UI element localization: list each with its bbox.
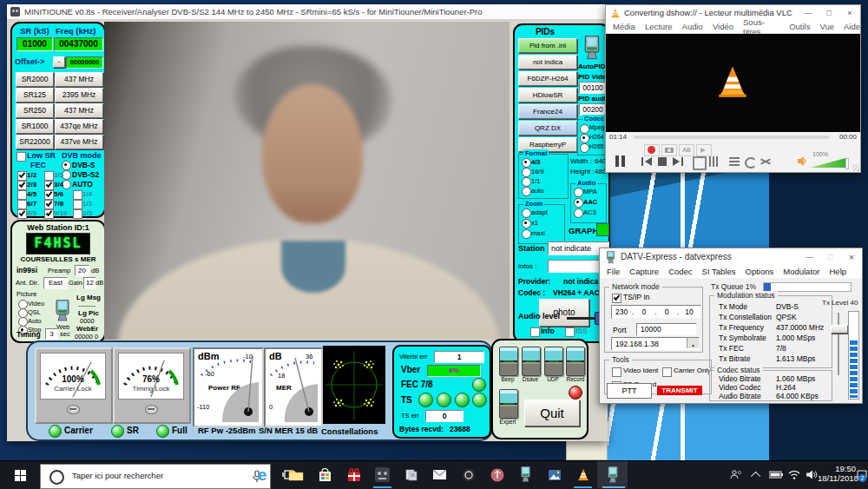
- menu-options[interactable]: Options: [746, 267, 774, 276]
- record-switch[interactable]: [566, 347, 585, 376]
- fec-checkbox[interactable]: [44, 190, 54, 200]
- vlc-loop-button[interactable]: [745, 156, 755, 167]
- codec-h264-radio[interactable]: [580, 134, 589, 143]
- preset-sr-button[interactable]: SR2000: [16, 72, 54, 87]
- tray-chevron[interactable]: [748, 461, 766, 488]
- taskbar-datv-active[interactable]: [597, 461, 628, 488]
- fec-checkbox[interactable]: [17, 200, 27, 209]
- volume-icon[interactable]: [797, 155, 808, 167]
- preset-sr-button[interactable]: SR250: [16, 103, 54, 118]
- preset-sr-button[interactable]: SR1000: [16, 119, 54, 134]
- tsip-checkbox[interactable]: [612, 294, 621, 303]
- minimize-button[interactable]: —: [799, 253, 820, 261]
- taskbar-store[interactable]: [311, 461, 339, 488]
- zoom-maxi-radio[interactable]: [522, 229, 531, 239]
- pid-preset-button[interactable]: France24: [518, 104, 577, 119]
- gain-input[interactable]: 12: [83, 277, 96, 289]
- low-sr-checkbox[interactable]: [16, 152, 26, 162]
- preset-sr-button[interactable]: SR22000: [16, 135, 54, 149]
- taskbar-recorder-app[interactable]: [454, 461, 483, 488]
- ptt-button[interactable]: PTT: [607, 383, 652, 399]
- format-43-radio[interactable]: [522, 158, 531, 168]
- pid-audio-input[interactable]: 00200: [579, 103, 607, 116]
- dvb-s-radio[interactable]: [62, 161, 71, 170]
- taskbar-minitioune[interactable]: [368, 461, 397, 488]
- tray-people[interactable]: [726, 461, 746, 488]
- fec-checkbox[interactable]: [44, 171, 54, 181]
- menu-si-tables[interactable]: SI Tables: [702, 267, 736, 276]
- menu-help[interactable]: Aide: [844, 22, 860, 31]
- beep-switch[interactable]: [499, 347, 518, 376]
- maximize-button[interactable]: □: [819, 9, 839, 17]
- preset-freq-button[interactable]: 437ve MHz: [55, 135, 103, 149]
- taskbar-documents-app[interactable]: [397, 461, 425, 488]
- freq-input[interactable]: 00437000: [54, 37, 103, 51]
- offset-input[interactable]: 00000000: [66, 56, 103, 69]
- vlc-seek-bar[interactable]: [634, 135, 830, 139]
- pid-video-input[interactable]: 00100: [579, 82, 607, 94]
- vlc-fullscreen-button[interactable]: [693, 156, 707, 170]
- vlc-next-button[interactable]: [672, 156, 684, 167]
- vlc-framestep-button[interactable]: [696, 144, 712, 156]
- fec-checkbox[interactable]: [17, 171, 27, 181]
- taskbar-photos[interactable]: [540, 461, 569, 488]
- fec-checkbox[interactable]: [44, 200, 54, 209]
- menu-codec[interactable]: Codec: [668, 267, 692, 276]
- menu-modulator[interactable]: Modulator: [783, 267, 819, 276]
- menu-audio[interactable]: Audio: [682, 22, 703, 31]
- web-upload-icon[interactable]: [54, 300, 71, 322]
- menu-help[interactable]: Help: [830, 267, 847, 276]
- vlc-stop-button[interactable]: [658, 157, 667, 166]
- tray-battery[interactable]: [766, 461, 786, 488]
- fec-checkbox[interactable]: [44, 181, 54, 190]
- taskbar-transmitter-app[interactable]: [483, 461, 511, 488]
- taskbar-vlc[interactable]: [569, 461, 597, 488]
- pid-preset-button[interactable]: Pid from .ini: [518, 38, 577, 53]
- fec-checkbox[interactable]: [17, 181, 27, 190]
- preset-freq-button[interactable]: 2395 MHz: [55, 88, 103, 102]
- fec-checkbox[interactable]: [17, 209, 27, 219]
- vlc-abloop-button[interactable]: AB: [679, 144, 694, 156]
- close-button[interactable]: ×: [839, 9, 860, 17]
- dropdown-button[interactable]: ▼: [687, 338, 699, 348]
- vlc-titlebar[interactable]: Converting dshow:// - Lecteur multimédia…: [606, 5, 860, 20]
- carrier-only-checkbox[interactable]: [662, 367, 672, 377]
- tray-wifi[interactable]: [785, 461, 804, 488]
- format-169-radio[interactable]: [522, 168, 531, 177]
- vlc-pause-button[interactable]: [613, 155, 628, 169]
- interface-combobox[interactable]: 192.168.1.38 ▼: [611, 337, 700, 351]
- maximize-button[interactable]: □: [820, 253, 841, 261]
- minimize-button[interactable]: —: [798, 9, 819, 17]
- notification-center[interactable]: 2: [857, 468, 868, 482]
- vlc-settings-button[interactable]: [708, 156, 719, 167]
- vlc-volume-slider[interactable]: [811, 158, 851, 168]
- preamp-input[interactable]: 20: [75, 265, 89, 276]
- menu-file[interactable]: File: [607, 267, 620, 276]
- fec-checkbox[interactable]: [17, 190, 27, 200]
- close-button[interactable]: ×: [841, 252, 862, 262]
- taskbar-mail[interactable]: [425, 461, 454, 488]
- fec-checkbox[interactable]: [73, 200, 82, 209]
- multicast-ip-input[interactable]: 230 . 0 . 0 . 10: [611, 305, 701, 319]
- expert-switch[interactable]: [499, 389, 518, 419]
- fec-checkbox[interactable]: [44, 209, 54, 219]
- menu-video[interactable]: Vidéo: [713, 22, 733, 31]
- menu-capture[interactable]: Capture: [629, 267, 659, 276]
- timing-input[interactable]: 3: [45, 328, 58, 340]
- codec-h265-radio[interactable]: [580, 143, 589, 153]
- info-checkbox[interactable]: [530, 327, 540, 337]
- tray-clock[interactable]: 19:50 18/11/2018: [818, 464, 856, 487]
- zoom-adapt-radio[interactable]: [522, 208, 531, 218]
- preset-sr-button[interactable]: SR125: [16, 88, 54, 102]
- video-ident-checkbox[interactable]: [612, 367, 621, 377]
- zoom-x1-radio[interactable]: [522, 219, 531, 228]
- resize-grip[interactable]: [852, 164, 859, 171]
- preset-freq-button[interactable]: 437 MHz: [55, 72, 103, 87]
- graph-indicator[interactable]: [596, 223, 609, 236]
- pid-preset-button[interactable]: QRZ DX: [518, 121, 577, 135]
- fec-checkbox[interactable]: [73, 209, 82, 219]
- audio-aac-radio[interactable]: [574, 198, 583, 208]
- tx-level-slider-thumb[interactable]: [831, 325, 848, 334]
- menu-media[interactable]: Média: [613, 22, 635, 31]
- taskbar-tiouner-app[interactable]: [511, 461, 540, 488]
